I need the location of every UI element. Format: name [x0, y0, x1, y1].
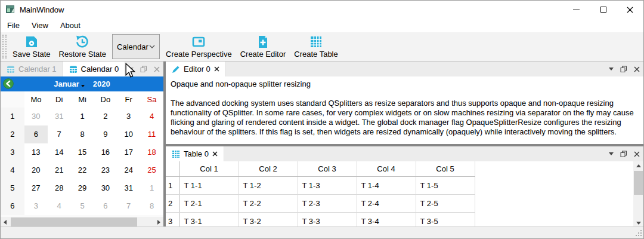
float-dock-icon[interactable] [620, 151, 627, 158]
tab-calendar-1[interactable]: Calendar 1 [1, 62, 63, 76]
menu-file[interactable]: File [1, 19, 26, 32]
save-state-button[interactable]: Save State [8, 33, 55, 60]
create-table-button[interactable]: Create Table [290, 33, 342, 60]
day-cell[interactable]: 11 [140, 125, 163, 143]
float-dock-icon[interactable] [620, 66, 627, 73]
day-cell[interactable]: 5 [71, 197, 94, 215]
close-dock-icon[interactable] [154, 66, 160, 72]
table-cell[interactable]: T 1-3 [298, 176, 357, 194]
scrollbar-thumb[interactable] [11, 217, 137, 226]
table-cell[interactable]: T 2-4 [357, 194, 416, 212]
day-cell[interactable]: 30 [24, 108, 48, 125]
calendar-horizontal-scrollbar[interactable] [1, 217, 163, 227]
row-header[interactable]: 1 [166, 176, 179, 194]
tabs-menu-icon[interactable] [609, 152, 614, 155]
scroll-up-icon[interactable] [636, 164, 641, 167]
day-cell[interactable]: 16 [94, 143, 117, 161]
row-header[interactable]: 2 [166, 194, 179, 212]
column-header[interactable]: Col 4 [357, 161, 416, 176]
minimize-button[interactable] [563, 1, 590, 19]
corner-header[interactable] [166, 161, 179, 176]
table-cell[interactable]: T 2-3 [298, 194, 357, 212]
previous-month-button[interactable] [3, 78, 14, 89]
table-cell[interactable]: T 3-2 [239, 212, 298, 227]
day-cell[interactable]: 15 [71, 143, 94, 161]
day-cell[interactable]: 3 [24, 197, 48, 215]
row-header[interactable]: 3 [166, 212, 179, 227]
day-cell[interactable]: 8 [140, 197, 163, 215]
day-cell[interactable]: 8 [71, 125, 94, 143]
day-cell[interactable]: 21 [48, 161, 71, 179]
scrollbar-thumb[interactable] [634, 171, 643, 195]
maximize-button[interactable] [590, 1, 617, 19]
day-cell[interactable]: 17 [117, 143, 140, 161]
close-button[interactable] [617, 1, 643, 19]
perspective-combobox[interactable]: Calendar [112, 34, 160, 59]
day-cell[interactable]: 20 [24, 161, 48, 179]
table-cell[interactable]: T 2-2 [239, 194, 298, 212]
column-header[interactable]: Col 3 [298, 161, 357, 176]
create-perspective-button[interactable]: Create Perspective [162, 33, 236, 60]
column-header[interactable]: Col 1 [179, 161, 239, 176]
day-cell[interactable]: 6 [94, 197, 117, 215]
editor-text-area[interactable]: Opaque and non-opaque splitter resizing … [166, 76, 643, 140]
day-cell[interactable]: 13 [24, 143, 48, 161]
close-tab-icon[interactable] [214, 66, 219, 72]
day-cell[interactable]: 14 [48, 143, 71, 161]
day-cell[interactable]: 27 [24, 179, 48, 197]
day-cell[interactable]: 1 [140, 179, 163, 197]
day-cell[interactable]: 29 [71, 179, 94, 197]
table-cell[interactable]: T 3-3 [298, 212, 357, 227]
size-grip[interactable] [640, 230, 642, 231]
menu-view[interactable]: View [26, 19, 54, 32]
year-button[interactable]: 2020 [93, 79, 110, 88]
table-vertical-scrollbar[interactable] [633, 161, 643, 227]
day-cell[interactable]: 2 [94, 108, 117, 125]
scroll-down-icon[interactable] [636, 222, 641, 225]
table-cell[interactable]: T 3-4 [357, 212, 416, 227]
table-cell[interactable]: T 2-5 [416, 194, 475, 212]
table-cell[interactable]: T 1-1 [179, 176, 239, 194]
menu-about[interactable]: About [54, 19, 86, 32]
tab-calendar-0[interactable]: Calendar 0 [63, 62, 126, 76]
tab-editor-0[interactable]: Editor 0 [166, 62, 226, 76]
month-button[interactable]: Januar [54, 79, 85, 88]
close-tab-icon[interactable] [212, 151, 218, 157]
day-cell[interactable]: 3 [117, 108, 140, 125]
close-dock-icon[interactable] [634, 66, 640, 72]
table-cell[interactable]: T 3-5 [416, 212, 475, 227]
table-cell[interactable]: T 2-1 [179, 194, 239, 212]
create-editor-button[interactable]: Create Editor [236, 33, 290, 60]
day-cell[interactable]: 31 [117, 179, 140, 197]
column-header[interactable]: Col 5 [416, 161, 475, 176]
toolbar-drag-handle[interactable] [2, 35, 7, 59]
day-cell[interactable]: 23 [94, 161, 117, 179]
tab-table-0[interactable]: Table 0 [166, 146, 224, 161]
restore-state-button[interactable]: Restore State [55, 33, 111, 60]
day-cell[interactable]: 4 [48, 197, 71, 215]
day-cell[interactable]: 7 [117, 197, 140, 215]
day-cell[interactable]: 25 [140, 161, 163, 179]
day-cell-selected[interactable]: 6 [24, 125, 48, 143]
scroll-left-icon[interactable] [4, 220, 7, 225]
table-cell[interactable]: T 1-2 [239, 176, 298, 194]
close-dock-icon[interactable] [634, 151, 640, 157]
table-cell[interactable]: T 1-4 [357, 176, 416, 194]
day-cell[interactable]: 28 [48, 179, 71, 197]
day-cell[interactable]: 7 [48, 125, 71, 143]
day-cell[interactable]: 18 [140, 143, 163, 161]
table-cell[interactable]: T 1-5 [416, 176, 475, 194]
day-cell[interactable]: 4 [140, 108, 163, 125]
tabs-menu-icon[interactable] [609, 68, 614, 71]
day-cell[interactable]: 1 [71, 108, 94, 125]
day-cell[interactable]: 10 [117, 125, 140, 143]
day-cell[interactable]: 24 [117, 161, 140, 179]
column-header[interactable]: Col 2 [239, 161, 298, 176]
float-dock-icon[interactable] [140, 66, 147, 73]
scroll-right-icon[interactable] [157, 220, 160, 225]
day-cell[interactable]: 31 [48, 108, 71, 125]
day-cell[interactable]: 9 [94, 125, 117, 143]
day-cell[interactable]: 30 [94, 179, 117, 197]
day-cell[interactable]: 22 [71, 161, 94, 179]
table-cell[interactable]: T 3-1 [179, 212, 239, 227]
